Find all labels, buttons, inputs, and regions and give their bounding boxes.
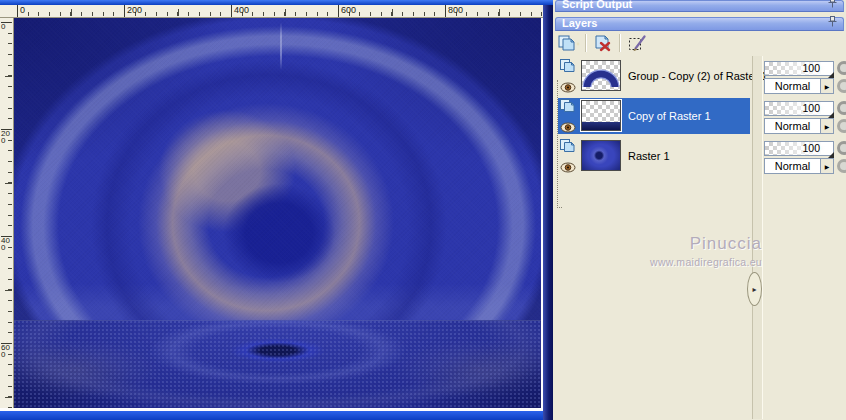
window-frame-bottom bbox=[0, 411, 543, 420]
script-output-title: Script Output bbox=[562, 0, 632, 10]
v-ruler-label: 0 bbox=[1, 22, 11, 31]
opacity-value: 100 bbox=[802, 142, 820, 155]
opacity-slider[interactable]: 100 bbox=[764, 61, 834, 76]
visibility-eye-icon[interactable] bbox=[560, 162, 576, 173]
opacity-slider[interactable]: 100 bbox=[764, 101, 834, 116]
layer-pages-icon bbox=[560, 99, 577, 114]
layer-pages-icon bbox=[560, 139, 577, 154]
palette-dock: Script Output Layers bbox=[553, 0, 846, 420]
window-frame-right bbox=[543, 0, 553, 420]
script-output-panel-header[interactable]: Script Output bbox=[555, 0, 844, 12]
h-ruler-label: 600 bbox=[338, 5, 356, 17]
toolbar-separator bbox=[585, 34, 587, 52]
h-ruler-label: 800 bbox=[445, 5, 463, 17]
pin-icon[interactable] bbox=[828, 0, 837, 10]
opacity-value: 100 bbox=[802, 102, 820, 115]
v-ruler-label: 600 bbox=[1, 343, 11, 358]
layer-name: Raster 1 bbox=[628, 138, 670, 174]
layers-panel-header[interactable]: Layers bbox=[555, 17, 844, 31]
blend-mode-value: Normal bbox=[765, 159, 820, 173]
lock-toggle-icon[interactable] bbox=[837, 119, 846, 133]
thumbnail-blue-strip bbox=[582, 122, 620, 130]
blend-mode-value: Normal bbox=[765, 79, 820, 93]
edit-selection-button[interactable] bbox=[624, 33, 650, 54]
layer-controls-group: 100 Normal ▶ bbox=[764, 61, 846, 94]
dropdown-arrow-icon[interactable]: ▶ bbox=[820, 79, 833, 93]
blend-mode-dropdown[interactable]: Normal ▶ bbox=[764, 158, 834, 174]
panel-splitter bbox=[752, 56, 763, 419]
layer-controls-group: 100 Normal ▶ bbox=[764, 101, 846, 134]
splitter-handle[interactable]: ▸ bbox=[747, 272, 762, 306]
toolbar-separator bbox=[619, 34, 621, 52]
opacity-fade bbox=[765, 62, 833, 75]
dropdown-arrow-icon[interactable]: ▶ bbox=[820, 119, 833, 133]
layer-icon-column bbox=[560, 139, 578, 173]
layer-row-copy-of-raster1[interactable]: Copy of Raster 1 bbox=[558, 98, 750, 134]
layer-row-group-copy2[interactable]: Group - Copy (2) of Raster 1 bbox=[558, 58, 750, 94]
h-ruler-label: 200 bbox=[124, 5, 142, 17]
h-ruler-label: 0 bbox=[17, 5, 25, 17]
splitter-arrow-icon: ▸ bbox=[752, 285, 756, 294]
horizontal-ruler: 0 200 400 600 800 bbox=[0, 5, 543, 18]
visibility-eye-icon[interactable] bbox=[560, 122, 576, 133]
delete-layer-button[interactable] bbox=[590, 33, 616, 54]
layer-thumbnail-strip[interactable] bbox=[581, 100, 621, 131]
layer-icon-column bbox=[560, 99, 578, 133]
image-canvas[interactable] bbox=[14, 18, 541, 408]
layer-pages-icon bbox=[560, 59, 577, 74]
layer-thumbnail-arc[interactable] bbox=[581, 60, 621, 91]
canvas-floor-reflection bbox=[14, 320, 541, 408]
blend-mode-dropdown[interactable]: Normal ▶ bbox=[764, 118, 834, 134]
vertical-ruler: 0 200 400 600 bbox=[0, 18, 14, 408]
opacity-fade bbox=[765, 102, 833, 115]
layers-toolbar bbox=[556, 32, 650, 54]
lock-toggle-icon[interactable] bbox=[837, 159, 846, 173]
blend-mode-dropdown[interactable]: Normal ▶ bbox=[764, 78, 834, 94]
link-toggle-icon[interactable] bbox=[837, 61, 846, 75]
opacity-fade bbox=[765, 142, 833, 155]
layer-icon-column bbox=[560, 59, 578, 93]
layers-panel-title: Layers bbox=[562, 17, 597, 29]
opacity-value: 100 bbox=[802, 62, 820, 75]
image-document-window: 0 200 400 600 800 0 200 400 600 bbox=[0, 0, 553, 420]
layer-name: Copy of Raster 1 bbox=[628, 98, 711, 134]
layer-list: Group - Copy (2) of Raster 1 Copy of Ra bbox=[556, 56, 752, 419]
canvas-arc-seam bbox=[280, 22, 282, 70]
link-toggle-icon[interactable] bbox=[837, 141, 846, 155]
link-toggle-icon[interactable] bbox=[837, 101, 846, 115]
visibility-eye-icon[interactable] bbox=[560, 82, 576, 93]
layer-row-raster1[interactable]: Raster 1 bbox=[558, 138, 750, 174]
blend-mode-value: Normal bbox=[765, 119, 820, 133]
h-ruler-label: 400 bbox=[231, 5, 249, 17]
layer-name: Group - Copy (2) of Raster 1 bbox=[628, 58, 767, 94]
opacity-slider[interactable]: 100 bbox=[764, 141, 834, 156]
layer-thumbnail-swirl[interactable] bbox=[581, 140, 621, 171]
v-ruler-label: 400 bbox=[1, 236, 11, 251]
new-layer-button[interactable] bbox=[556, 33, 582, 54]
lock-toggle-icon[interactable] bbox=[837, 79, 846, 93]
v-ruler-label: 200 bbox=[1, 129, 11, 144]
layer-controls-group: 100 Normal ▶ bbox=[764, 141, 846, 174]
pin-icon[interactable] bbox=[828, 16, 837, 29]
canvas-border bbox=[541, 18, 543, 408]
thumbnail-swirl-art bbox=[582, 141, 620, 170]
window-frame-top bbox=[0, 0, 553, 5]
dropdown-arrow-icon[interactable]: ▶ bbox=[820, 159, 833, 173]
